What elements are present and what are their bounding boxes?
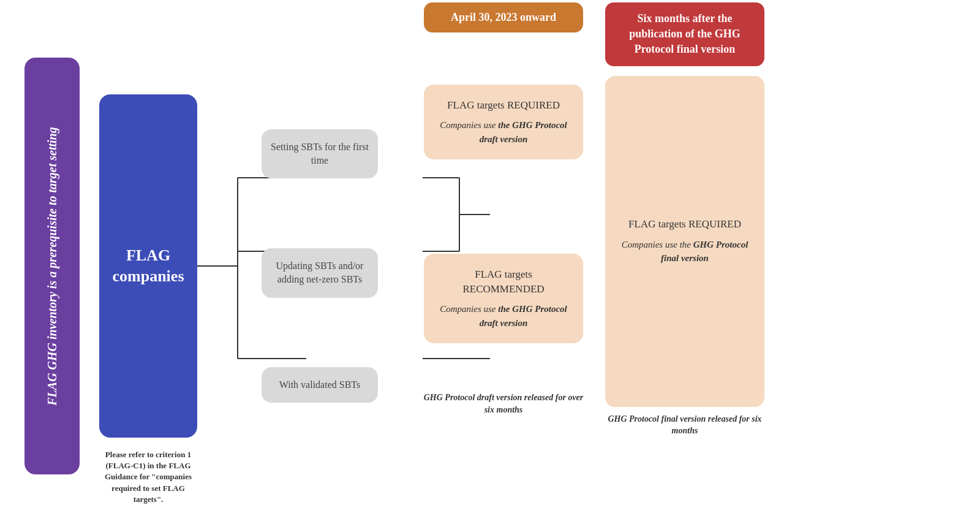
- sixmonths-box: FLAG targets REQUIRED Companies use the …: [605, 76, 764, 407]
- april-boxes-container: FLAG targets REQUIRED Companies use the …: [424, 42, 583, 386]
- flag-companies-box: FLAG companies Please refer to criterion…: [99, 94, 197, 438]
- april-required-use: Companies use the GHG Protocol draft ver…: [435, 118, 572, 146]
- sbt-setting-first: Setting SBTs for the first time: [262, 129, 378, 179]
- sixmonths-use: Companies use the GHG Protocol final ver…: [616, 238, 753, 265]
- sixmonths-header: Six months after the publication of the …: [605, 2, 764, 66]
- sixmonths-section: Six months after the publication of the …: [599, 2, 771, 481]
- prerequisite-label: FLAG GHG inventory is a prerequisite to …: [45, 127, 59, 405]
- april-recommended-label: FLAG targets RECOMMENDED: [435, 267, 572, 297]
- flag-companies-label: FLAG companies: [99, 245, 197, 287]
- sixmonths-note: GHG Protocol final version released for …: [599, 413, 771, 437]
- sbt-updating: Updating SBTs and/or adding net-zero SBT…: [262, 248, 378, 298]
- sixmonths-required-label: FLAG targets REQUIRED: [628, 217, 741, 232]
- main-wrapper: FLAG GHG inventory is a prerequisite to …: [24, 12, 956, 520]
- sbt-types-column: Setting SBTs for the first time Updating…: [258, 94, 381, 438]
- prerequisite-box: FLAG GHG inventory is a prerequisite to …: [24, 58, 80, 474]
- april-section: April 30, 2023 onward FLAG targets REQUI…: [418, 2, 589, 481]
- april-recommended-use: Companies use the GHG Protocol draft ver…: [435, 302, 572, 330]
- april-required-label: FLAG targets REQUIRED: [435, 98, 572, 113]
- april-note: GHG Protocol draft version released for …: [418, 392, 589, 416]
- april-required-box: FLAG targets REQUIRED Companies use the …: [424, 85, 583, 160]
- april-recommended-box: FLAG targets RECOMMENDED Companies use t…: [424, 254, 583, 344]
- flag-companies-note: Please refer to criterion 1 (FLAG-C1) in…: [99, 449, 197, 505]
- diagram-container: FLAG GHG inventory is a prerequisite to …: [0, 0, 980, 532]
- april-header: April 30, 2023 onward: [424, 2, 583, 32]
- sbt-validated: With validated SBTs: [262, 367, 378, 403]
